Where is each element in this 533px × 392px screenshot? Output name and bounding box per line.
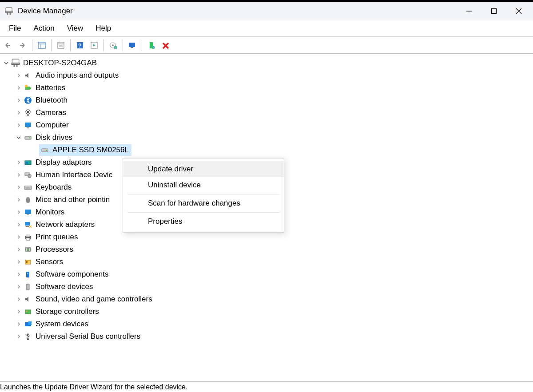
tree-item-print[interactable]: Print queues	[14, 231, 533, 243]
toolbar-divider	[103, 40, 104, 51]
svg-marker-18	[93, 44, 95, 47]
scan-hardware-button[interactable]	[126, 39, 139, 51]
audio-icon	[23, 71, 33, 79]
svg-rect-51	[24, 186, 32, 190]
ctx-properties[interactable]: Properties	[123, 214, 284, 230]
ctx-uninstall-device[interactable]: Uninstall device	[123, 177, 284, 193]
ctx-separator	[127, 194, 279, 194]
update-driver-button[interactable]: ↑	[107, 39, 120, 51]
tree-item-disk-drives[interactable]: Disk drives	[14, 131, 533, 144]
svg-rect-8	[38, 42, 45, 48]
ctx-scan-hardware[interactable]: Scan for hardware changes	[123, 195, 284, 211]
maximize-button[interactable]	[481, 2, 506, 20]
tree-item-label: Bluetooth	[36, 94, 68, 107]
disk-icon	[23, 134, 33, 142]
svg-rect-32	[16, 64, 18, 67]
ctx-update-driver[interactable]: Update driver	[123, 161, 284, 177]
minimize-button[interactable]	[457, 2, 481, 20]
ctx-separator	[127, 212, 279, 213]
svg-rect-41	[25, 123, 31, 127]
toolbar-divider	[51, 40, 52, 51]
menu-view[interactable]: View	[61, 22, 90, 35]
svg-rect-30	[12, 59, 19, 63]
close-button[interactable]	[506, 2, 531, 20]
tree-item-label: Human Interface Devic	[36, 169, 112, 181]
display-adapter-icon	[23, 158, 33, 166]
tree-item-label: Network adapters	[36, 218, 95, 231]
svg-rect-75	[26, 284, 29, 290]
cpu-icon	[23, 245, 33, 253]
menu-help[interactable]: Help	[89, 22, 117, 35]
tree-item-label: Software components	[36, 268, 108, 281]
tree-item-cameras[interactable]: Cameras	[14, 107, 533, 119]
svg-rect-48	[26, 162, 28, 164]
menu-action[interactable]: Action	[27, 22, 60, 35]
tree-item-software-components[interactable]: Software components	[14, 268, 533, 281]
svg-rect-57	[27, 214, 29, 215]
monitor-icon	[23, 208, 33, 216]
mouse-icon	[23, 196, 33, 204]
svg-point-44	[29, 137, 30, 138]
svg-text:?: ?	[78, 43, 81, 49]
show-hide-console-button[interactable]	[35, 39, 48, 51]
svg-rect-58	[25, 222, 30, 226]
tree-item-usb[interactable]: Universal Serial Bus controllers	[14, 330, 533, 343]
tree-item-audio[interactable]: Audio inputs and outputs	[14, 69, 533, 82]
svg-rect-71	[25, 260, 31, 264]
battery-icon	[23, 84, 33, 92]
uninstall-device-button[interactable]	[159, 39, 172, 51]
forward-button[interactable]	[16, 39, 29, 51]
menubar: File Action View Help	[0, 20, 533, 36]
tree-item-software-devices[interactable]: Software devices	[14, 281, 533, 293]
svg-text:↑: ↑	[115, 46, 116, 49]
enable-device-button[interactable]: ↑	[145, 39, 158, 51]
tree-item-label: Print queues	[36, 231, 78, 243]
tree-root-label: DESKTOP-S2O4GAB	[23, 57, 97, 69]
titlebar: Device Manager	[0, 2, 533, 20]
svg-point-81	[27, 338, 29, 340]
svg-rect-1	[7, 12, 8, 15]
svg-rect-56	[25, 210, 31, 214]
computer-root-icon	[11, 59, 20, 67]
tree-item-storage[interactable]: Storage controllers	[14, 305, 533, 318]
sensor-icon	[23, 258, 33, 266]
tree-item-computer[interactable]: Computer	[14, 119, 533, 131]
tree-item-label: Storage controllers	[36, 305, 99, 318]
toolbar-divider	[70, 40, 71, 51]
tree-item-bluetooth[interactable]: Bluetooth	[14, 94, 533, 107]
action-button[interactable]	[88, 39, 101, 51]
menu-file[interactable]: File	[3, 22, 27, 35]
help-button[interactable]: ?	[73, 39, 87, 51]
tree-item-sound[interactable]: Sound, video and game controllers	[14, 293, 533, 305]
tree-item-selected-device[interactable]: APPLE SSD SM0256L	[39, 144, 533, 156]
sound-icon	[23, 295, 33, 303]
camera-icon	[23, 109, 33, 117]
svg-rect-79	[28, 321, 32, 325]
tree-item-batteries[interactable]: Batteries	[14, 82, 533, 94]
tree-item-processors[interactable]: Processors	[14, 243, 533, 256]
svg-point-36	[25, 85, 28, 87]
toolbar-divider	[123, 40, 123, 51]
storage-controller-icon	[23, 308, 33, 316]
keyboard-icon	[23, 183, 33, 191]
tree-item-label: Monitors	[36, 206, 64, 218]
svg-rect-24	[131, 47, 133, 48]
svg-point-39	[27, 111, 29, 113]
tree-item-label: System devices	[36, 318, 88, 330]
tree-item-label: Computer	[36, 119, 69, 131]
tree-item-sensors[interactable]: Sensors	[14, 256, 533, 268]
monitor-icon	[23, 121, 33, 129]
network-icon	[23, 221, 33, 229]
svg-rect-61	[26, 234, 30, 237]
tree-item-label: Batteries	[36, 82, 65, 94]
system-device-icon	[23, 320, 33, 328]
hid-icon	[23, 171, 33, 179]
svg-rect-23	[129, 43, 135, 47]
statusbar-text: Launches the Update Driver Wizard for th…	[0, 383, 187, 391]
svg-rect-73	[26, 272, 29, 277]
properties-button[interactable]	[54, 39, 68, 51]
tree-root[interactable]: DESKTOP-S2O4GAB	[2, 57, 533, 69]
toolbar: ? ↑ ↑	[0, 36, 533, 54]
back-button[interactable]	[2, 39, 15, 51]
tree-item-system[interactable]: System devices	[14, 318, 533, 330]
